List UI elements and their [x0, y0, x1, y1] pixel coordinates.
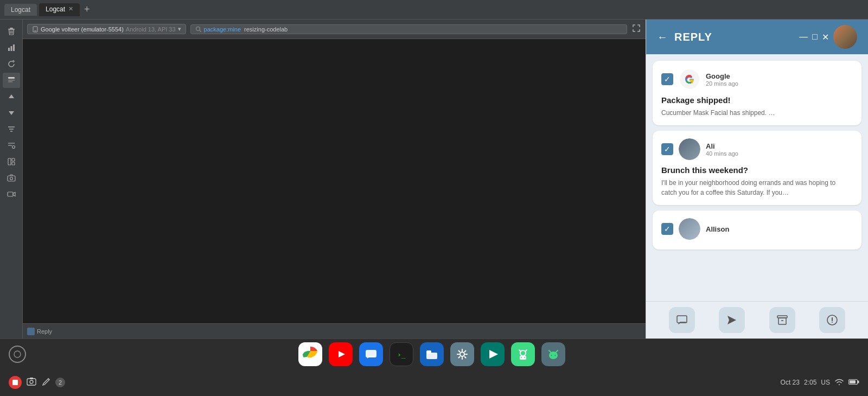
system-date: Oct 23: [781, 379, 800, 386]
svg-point-62: [549, 352, 558, 359]
notification-panel: ← REPLY — □ ✕ ✓: [646, 20, 868, 338]
video-icon[interactable]: [3, 187, 20, 202]
notification-card-allison[interactable]: ✓ Allison: [653, 210, 861, 250]
android-taskbar: ›_: [0, 338, 868, 369]
refresh-icon[interactable]: [3, 56, 20, 72]
bottom-status-bar: Reply: [23, 323, 646, 338]
scroll-up-icon[interactable]: [3, 89, 20, 104]
svg-point-64: [555, 355, 556, 356]
reply-action-button[interactable]: [669, 307, 695, 333]
alert-icon: [826, 314, 838, 326]
notif-card-header-ali: ✓ Ali 40 mins ago: [661, 138, 853, 160]
send-action-button[interactable]: [719, 307, 745, 333]
svg-rect-58: [520, 356, 526, 360]
chrome-app[interactable]: [298, 342, 322, 366]
screenshot-button[interactable]: [26, 376, 37, 389]
reply-indicator: Reply: [27, 328, 52, 335]
stop-icon: [12, 380, 18, 385]
play-app[interactable]: [481, 342, 505, 366]
layout-icon[interactable]: [3, 154, 20, 169]
avatar-image: [833, 25, 857, 49]
youtube-icon: [333, 346, 349, 362]
svg-text:›_: ›_: [397, 350, 406, 359]
svg-rect-0: [10, 28, 13, 29]
svg-rect-49: [426, 353, 437, 359]
device-dropdown-icon[interactable]: ▾: [178, 25, 181, 33]
taskbar-left: [9, 346, 26, 363]
tab-logcat-1[interactable]: Logcat: [4, 4, 37, 16]
google-sender-info: Google 20 mins ago: [706, 72, 853, 87]
svg-line-56: [519, 350, 520, 351]
maximize-button[interactable]: □: [812, 32, 818, 42]
scroll-down-icon[interactable]: [3, 105, 20, 120]
svg-line-57: [526, 350, 527, 351]
svg-rect-73: [858, 380, 859, 383]
settings-app[interactable]: [450, 342, 474, 366]
notif-header-left: ← REPLY: [657, 31, 712, 43]
checkbox-ali[interactable]: ✓: [661, 143, 673, 155]
bar-chart-icon[interactable]: [3, 40, 20, 55]
android-icon: [545, 346, 561, 362]
settings-icon: [454, 346, 470, 362]
screenshot-icon: [26, 376, 37, 387]
checkbox-allison[interactable]: ✓: [661, 223, 673, 235]
home-icon: [14, 350, 21, 358]
alert-action-button[interactable]: [819, 307, 845, 333]
delete-icon[interactable]: [3, 24, 20, 39]
taskbar-center: ›_: [298, 342, 565, 366]
battery-icon: [848, 379, 859, 387]
android-studio-icon: [515, 346, 531, 362]
messages-app[interactable]: [359, 342, 383, 366]
svg-line-28: [200, 30, 201, 32]
pen-button[interactable]: [41, 377, 51, 388]
svg-rect-30: [677, 316, 687, 323]
svg-point-37: [832, 322, 833, 323]
svg-point-63: [551, 355, 552, 356]
google-avatar: [679, 68, 700, 90]
youtube-app[interactable]: [329, 342, 353, 366]
close-button[interactable]: ✕: [822, 32, 829, 42]
expand-button[interactable]: [631, 23, 641, 35]
filter-box[interactable]: package:mine resizing-codelab: [190, 24, 627, 34]
ali-notif-time: 40 mins ago: [706, 150, 853, 157]
badge-count: 2: [55, 378, 65, 387]
notification-actions: [646, 301, 868, 338]
svg-rect-22: [8, 176, 15, 181]
tab-close-button[interactable]: ✕: [68, 5, 73, 12]
svg-rect-24: [8, 192, 13, 196]
svg-rect-67: [12, 380, 18, 385]
tab-label-1: Logcat: [11, 6, 30, 14]
svg-point-16: [12, 146, 15, 149]
google-notif-subject: Package shipped!: [661, 95, 853, 105]
device-info: Android 13, API 33: [126, 26, 176, 33]
minimize-button[interactable]: —: [799, 32, 808, 42]
svg-rect-68: [27, 379, 36, 385]
system-bar-left: 2: [9, 376, 65, 389]
tab-add-button[interactable]: +: [82, 4, 92, 15]
svg-rect-7: [13, 44, 15, 51]
notification-card-google[interactable]: ✓: [653, 61, 861, 125]
files-app[interactable]: [420, 342, 444, 366]
android-app[interactable]: [541, 342, 565, 366]
back-button[interactable]: ←: [657, 31, 668, 43]
logcat-content: [23, 39, 646, 323]
stop-button[interactable]: [9, 376, 22, 389]
wifi-signal-icon: [834, 378, 844, 386]
home-button[interactable]: [9, 346, 26, 363]
archive-action-button[interactable]: [769, 307, 795, 333]
notification-card-ali[interactable]: ✓ Ali 40 mins ago Brunch this weekend? I…: [653, 131, 861, 205]
filter-settings-icon[interactable]: [3, 138, 20, 153]
tab-bar: Logcat Logcat ✕ +: [0, 0, 868, 20]
archive-icon: [776, 314, 788, 326]
scroll-end-icon[interactable]: [3, 73, 20, 88]
messages-icon: [363, 346, 379, 362]
terminal-app[interactable]: ›_: [390, 342, 413, 366]
checkbox-google[interactable]: ✓: [661, 73, 673, 85]
camera-icon[interactable]: [3, 170, 20, 186]
tab-logcat-2[interactable]: Logcat ✕: [39, 3, 80, 16]
svg-rect-54: [515, 346, 531, 362]
filter-lines-icon[interactable]: [3, 122, 20, 137]
android-studio-app[interactable]: [511, 342, 535, 366]
wifi-icon: [834, 378, 844, 387]
device-selector[interactable]: Google volteer (emulator-5554) Android 1…: [27, 24, 186, 34]
